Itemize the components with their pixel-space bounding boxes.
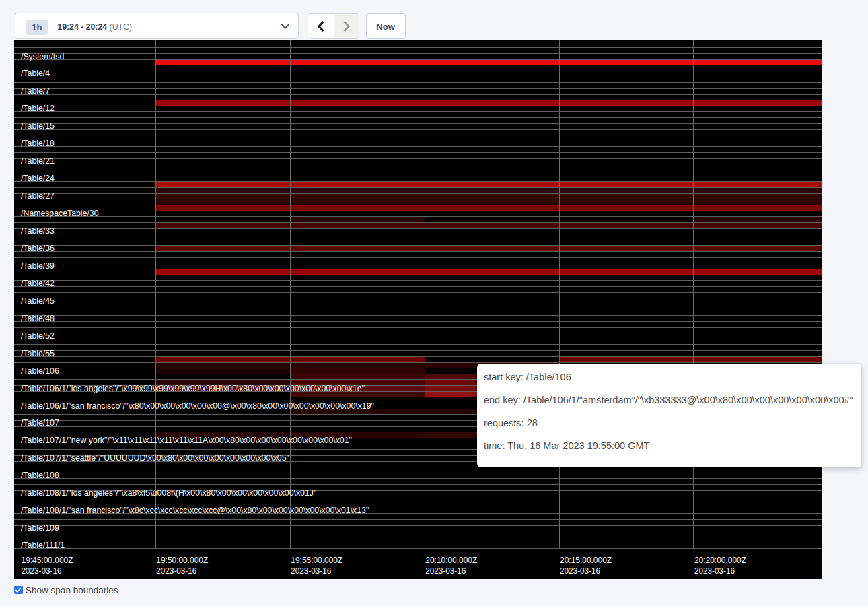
svg-text:/Table/111/1: /Table/111/1 <box>21 541 65 550</box>
svg-text:/Table/18: /Table/18 <box>21 139 55 148</box>
svg-text:2023-03-16: 2023-03-16 <box>560 566 600 576</box>
svg-text:2023-03-16: 2023-03-16 <box>425 566 466 576</box>
svg-text:20:15:00.000Z: 20:15:00.000Z <box>560 555 612 565</box>
svg-text:20:20:00.000Z: 20:20:00.000Z <box>694 555 746 565</box>
svg-text:/Table/108: /Table/108 <box>21 471 59 480</box>
svg-text:2023-03-16: 2023-03-16 <box>291 566 331 576</box>
svg-text:/Table/27: /Table/27 <box>21 191 55 201</box>
svg-text:/Table/15: /Table/15 <box>21 121 55 131</box>
svg-text:/Table/108/1/"san francisco"/": /Table/108/1/"san francisco"/"\x8c\xcc\x… <box>21 506 369 515</box>
svg-text:/System/tsd: /System/tsd <box>21 52 64 61</box>
svg-text:2023-03-16: 2023-03-16 <box>156 566 196 576</box>
svg-text:/Table/12: /Table/12 <box>21 104 55 113</box>
svg-text:/Table/106/1/"san francisco"/": /Table/106/1/"san francisco"/"\x80\x00\x… <box>21 401 374 411</box>
svg-text:/Table/45: /Table/45 <box>21 296 55 306</box>
svg-text:/Table/24: /Table/24 <box>21 174 55 183</box>
svg-text:/Table/7: /Table/7 <box>21 86 50 96</box>
svg-text:/Table/55: /Table/55 <box>21 349 55 358</box>
svg-text:/Table/52: /Table/52 <box>21 331 55 341</box>
svg-text:/Table/107/1/"seattle"/"UUUUUU: /Table/107/1/"seattle"/"UUUUUUD\x00\x80\… <box>21 453 289 463</box>
svg-text:19:55:00.000Z: 19:55:00.000Z <box>291 555 342 565</box>
svg-text:/Table/106: /Table/106 <box>21 366 59 376</box>
svg-text:/Table/33: /Table/33 <box>21 226 55 236</box>
svg-text:19:50:00.000Z: 19:50:00.000Z <box>156 555 208 565</box>
svg-text:/Table/4: /Table/4 <box>21 69 50 78</box>
svg-text:/Table/48: /Table/48 <box>21 314 55 323</box>
svg-text:19:45:00.000Z: 19:45:00.000Z <box>22 555 73 565</box>
svg-text:/Table/21: /Table/21 <box>21 156 55 166</box>
svg-text:/Table/109: /Table/109 <box>21 523 59 533</box>
svg-text:20:10:00.000Z: 20:10:00.000Z <box>425 555 477 565</box>
svg-text:/Table/107: /Table/107 <box>21 418 59 428</box>
svg-text:/Table/108/1/"los angeles"/"\x: /Table/108/1/"los angeles"/"\xa8\xf5\u00… <box>21 488 316 498</box>
svg-text:2023-03-16: 2023-03-16 <box>22 566 62 576</box>
svg-text:/Table/36: /Table/36 <box>21 244 55 253</box>
svg-text:2023-03-16: 2023-03-16 <box>694 566 735 576</box>
svg-text:/Table/106/1/"los angeles"/"\x: /Table/106/1/"los angeles"/"\x99\x99\x99… <box>21 384 365 393</box>
svg-text:/Table/42: /Table/42 <box>21 279 55 288</box>
svg-text:/Table/39: /Table/39 <box>21 261 55 271</box>
svg-text:/NamespaceTable/30: /NamespaceTable/30 <box>21 209 99 218</box>
svg-text:/Table/107/1/"new york"/"\x11\: /Table/107/1/"new york"/"\x11\x11\x11\x1… <box>21 436 352 445</box>
